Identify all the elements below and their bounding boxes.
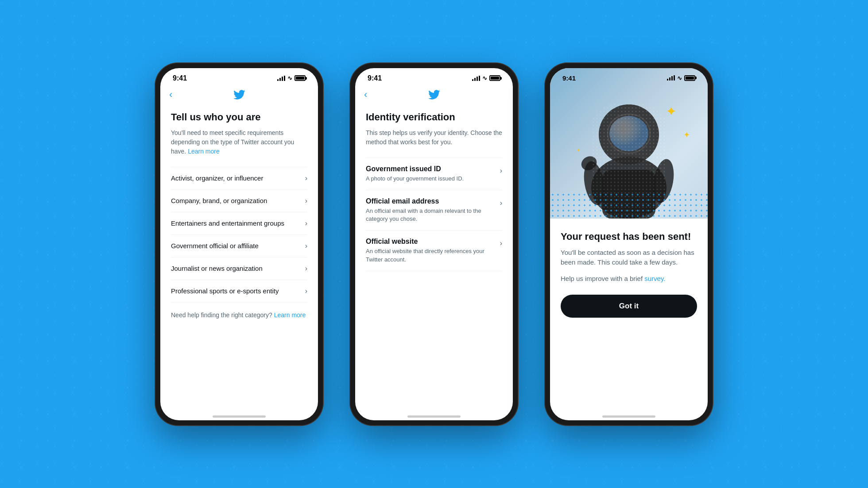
verification-option-id[interactable]: Government issued ID A photo of your gov… — [366, 158, 502, 190]
category-item-sports[interactable]: Professional sports or e-sports entity › — [171, 280, 307, 303]
nav-bar-2: ‹ — [355, 85, 513, 103]
page-title-2: Identity verification — [366, 111, 502, 123]
signal-bars-1 — [277, 76, 285, 81]
status-icons-1: ∿ — [277, 75, 306, 81]
dots-pattern — [550, 192, 708, 219]
wifi-icon-1: ∿ — [287, 75, 292, 81]
page-subtitle-2: This step helps us verify your identity.… — [366, 128, 502, 147]
sparkle-icon-1: ✦ — [666, 104, 677, 119]
status-bar-2: 9:41 ∿ — [355, 68, 513, 85]
category-item-government[interactable]: Government official or affiliate › — [171, 235, 307, 257]
learn-more-link-1[interactable]: Learn more — [188, 148, 220, 155]
help-text: Need help finding the right category? Le… — [171, 311, 307, 319]
status-bar-3: 9:41 ∿ — [550, 68, 708, 85]
battery-icon-2 — [489, 75, 500, 81]
home-indicator-3 — [550, 411, 708, 420]
category-item-journalist[interactable]: Journalist or news organization › — [171, 257, 307, 280]
sparkle-icon-3: ✦ — [577, 148, 681, 153]
chevron-icon-3: › — [305, 219, 307, 227]
page-subtitle-1: You'll need to meet specific requirement… — [171, 128, 307, 156]
verification-title-id: Government issued ID — [366, 165, 495, 173]
verification-desc-id: A photo of your government issued ID. — [366, 175, 495, 183]
verification-desc-website: An official website that directly refere… — [366, 247, 495, 263]
chevron-icon-6: › — [305, 287, 307, 295]
phone-2: 9:41 ∿ ‹ Identity verification This step… — [350, 63, 518, 426]
time-3: 9:41 — [562, 74, 576, 82]
verification-desc-email: An official email with a domain relevant… — [366, 207, 495, 223]
status-icons-3: ∿ — [667, 75, 695, 81]
chevron-icon-id: › — [500, 167, 502, 175]
chevron-icon-4: › — [305, 242, 307, 250]
chevron-icon-email: › — [500, 199, 502, 207]
chevron-icon-5: › — [305, 265, 307, 273]
status-icons-2: ∿ — [472, 75, 500, 81]
back-button-2[interactable]: ‹ — [364, 89, 367, 100]
twitter-logo-2 — [428, 88, 440, 101]
phone-3: 9:41 ∿ — [545, 63, 713, 426]
phone-1: 9:41 ∿ ‹ Tell us who you are You'll ne — [155, 63, 323, 426]
screen-content-2: Identity verification This step helps us… — [355, 103, 513, 411]
twitter-logo-1 — [233, 88, 245, 101]
battery-icon-3 — [684, 75, 695, 81]
sparkle-icon-2: ✦ — [683, 130, 690, 140]
hero-image: 9:41 ∿ — [550, 68, 708, 219]
survey-prompt: Help us improve with a brief survey. — [561, 275, 697, 282]
category-item-activist[interactable]: Activist, organizer, or influencer › — [171, 167, 307, 190]
verification-title-website: Official website — [366, 238, 495, 246]
category-item-entertainers[interactable]: Entertainers and entertainment groups › — [171, 212, 307, 235]
chevron-icon-1: › — [305, 174, 307, 182]
home-indicator-2 — [355, 411, 513, 420]
time-2: 9:41 — [368, 74, 382, 82]
got-it-button[interactable]: Got it — [561, 295, 697, 318]
success-title: Your request has been sent! — [561, 231, 697, 242]
success-content: Your request has been sent! You'll be co… — [550, 219, 708, 411]
status-bar-1: 9:41 ∿ — [160, 68, 318, 85]
battery-icon-1 — [294, 75, 306, 81]
screen-content-1: Tell us who you are You'll need to meet … — [160, 103, 318, 411]
verification-option-website[interactable]: Official website An official website tha… — [366, 231, 502, 271]
page-title-1: Tell us who you are — [171, 111, 307, 123]
survey-link[interactable]: survey. — [644, 275, 665, 282]
verification-option-email[interactable]: Official email address An official email… — [366, 190, 502, 231]
signal-bars-3 — [667, 75, 675, 81]
verification-title-email: Official email address — [366, 197, 495, 205]
wifi-icon-2: ∿ — [482, 75, 487, 81]
help-learn-more-link[interactable]: Learn more — [274, 311, 306, 319]
category-item-company[interactable]: Company, brand, or organization › — [171, 190, 307, 212]
time-1: 9:41 — [173, 74, 187, 82]
chevron-icon-website: › — [500, 239, 502, 247]
chevron-icon-2: › — [305, 197, 307, 205]
signal-bars-2 — [472, 76, 480, 81]
category-list: Activist, organizer, or influencer › Com… — [171, 167, 307, 303]
back-button-1[interactable]: ‹ — [169, 89, 172, 100]
wifi-icon-3: ∿ — [677, 75, 682, 81]
success-description: You'll be contacted as soon as a decisio… — [561, 248, 697, 268]
nav-bar-1: ‹ — [160, 85, 318, 103]
home-indicator-1 — [160, 411, 318, 420]
